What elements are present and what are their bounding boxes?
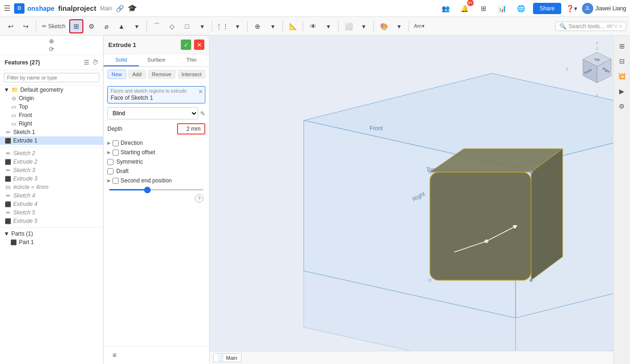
- draft-row[interactable]: Draft: [107, 166, 205, 176]
- direction-checkbox[interactable]: [113, 140, 119, 146]
- grid-button[interactable]: ⊞: [477, 1, 491, 16]
- sidebar-icon-add[interactable]: ⊕: [49, 38, 54, 45]
- search-tools[interactable]: 🔍 Search tools... alt/⌥ c: [555, 22, 626, 31]
- settings-button[interactable]: ⚙: [615, 100, 629, 113]
- sidebar-item-sketch5[interactable]: ✏ Sketch 5: [0, 208, 103, 217]
- direction-row[interactable]: ▶ Direction: [107, 138, 205, 148]
- viewport[interactable]: Front Top Right Top Front Right X Z ‹: [210, 36, 630, 364]
- separator-7: [338, 21, 339, 32]
- more7-button[interactable]: ▾: [392, 19, 406, 33]
- chevron-right-icon: ▶: [107, 178, 111, 183]
- more4-button[interactable]: ▾: [266, 19, 280, 33]
- sidebar-item-parts[interactable]: ▼ Parts (1): [0, 229, 103, 238]
- unit-selector[interactable]: Am▾: [412, 23, 427, 29]
- bottom-tab-main[interactable]: 📄 Main: [213, 353, 242, 362]
- depth-slider[interactable]: [109, 189, 203, 190]
- apps-button[interactable]: 🌐: [514, 1, 528, 16]
- boolean-button[interactable]: ⊕: [250, 19, 265, 33]
- flip-direction-button[interactable]: ✎: [200, 110, 205, 117]
- analytics-button[interactable]: 📊: [495, 1, 509, 16]
- sidebar-item-extrude4[interactable]: ⬛ Extrude 4: [0, 200, 103, 208]
- starting-offset-checkbox[interactable]: [113, 150, 119, 156]
- tab-solid[interactable]: Solid: [104, 54, 139, 66]
- cube-bottom-arrow[interactable]: ›: [596, 91, 598, 99]
- loft-button[interactable]: ▲: [114, 19, 129, 33]
- sidebar-item-part1[interactable]: ⬛ Part 1: [0, 238, 103, 246]
- sidebar-item-front[interactable]: ▭ Front: [0, 111, 103, 119]
- subtab-intersect[interactable]: Intersect: [178, 70, 206, 79]
- sidebar-icon-history[interactable]: ⟳: [49, 46, 54, 53]
- sidebar-item-right[interactable]: ▭ Right: [0, 119, 103, 128]
- sidebar-item-extrude5[interactable]: ⬛ Extrude 5: [0, 217, 103, 225]
- sidebar-item-sketch2[interactable]: ✏ Sketch 2: [0, 149, 103, 158]
- cube-left-arrow[interactable]: ‹: [566, 65, 568, 72]
- panel-title: Extrude 1: [108, 41, 136, 48]
- sidebar-item-default-geometry[interactable]: ▼ 📁 Default geometry: [0, 86, 103, 94]
- pattern-button[interactable]: ⋮⋮: [215, 19, 229, 33]
- symmetric-row[interactable]: Symmetric: [107, 157, 205, 166]
- shell-button[interactable]: □: [180, 19, 194, 33]
- fillet-button[interactable]: ⌒: [150, 19, 164, 33]
- share-button[interactable]: Share: [533, 3, 561, 14]
- second-end-checkbox[interactable]: [113, 178, 119, 184]
- sidebar-item-extrude2[interactable]: ⬛ Extrude 2: [0, 158, 103, 166]
- display-button[interactable]: ⬜: [341, 19, 355, 33]
- hamburger-icon[interactable]: ☰: [4, 4, 10, 13]
- render-button[interactable]: 🎨: [377, 19, 391, 33]
- view-button[interactable]: 👁: [306, 19, 320, 33]
- more3-button[interactable]: ▾: [230, 19, 244, 33]
- measure-button[interactable]: 📐: [286, 19, 300, 33]
- sweep-button[interactable]: ⌀: [99, 19, 113, 33]
- feature-button[interactable]: ⊞: [69, 19, 83, 33]
- sketch-button[interactable]: ✏ Sketch: [39, 19, 68, 33]
- sidebar-item-sketch4[interactable]: ✏ Sketch 4: [0, 191, 103, 200]
- sidebar-item-extrude1[interactable]: ⬛ Extrude 1: [0, 136, 103, 145]
- tab-surface[interactable]: Surface: [139, 54, 174, 66]
- sidebar-list-icon[interactable]: ☰: [84, 59, 89, 66]
- subtab-add[interactable]: Add: [128, 70, 146, 79]
- sidebar-item-top[interactable]: ▭ Top: [0, 103, 103, 111]
- face-selector-value: Face of Sketch 1: [111, 95, 202, 101]
- undo-button[interactable]: ↩: [4, 19, 18, 33]
- tab-thin[interactable]: Thin: [174, 54, 209, 66]
- assemble-button[interactable]: ⚙: [84, 19, 98, 33]
- sidebar-item-variable[interactable]: (x) #circle = 4mm: [0, 183, 103, 191]
- display-states-button[interactable]: ⊞: [615, 40, 629, 53]
- item-label: Extrude 1: [13, 137, 37, 144]
- section-view-button[interactable]: ⊟: [615, 55, 629, 68]
- subtab-new[interactable]: New: [107, 70, 126, 79]
- second-end-row[interactable]: ▶ Second end position: [107, 176, 205, 185]
- sidebar-item-sketch3[interactable]: ✏ Sketch 3: [0, 166, 103, 174]
- user-area[interactable]: JL Jiawei Liang: [582, 3, 626, 14]
- graduation-icon: 🎓: [128, 4, 137, 13]
- help-icon[interactable]: ?: [195, 194, 203, 203]
- explode-button[interactable]: 💥: [615, 70, 629, 83]
- collaborate-button[interactable]: 👥: [439, 1, 453, 16]
- chamfer-button[interactable]: ◇: [165, 19, 179, 33]
- more5-button[interactable]: ▾: [321, 19, 335, 33]
- filter-input[interactable]: [4, 73, 99, 82]
- cube-top-arrow[interactable]: ‹: [596, 39, 598, 46]
- more1-button[interactable]: ▾: [129, 19, 144, 33]
- sidebar-item-origin[interactable]: ⊙ Origin: [0, 94, 103, 103]
- more6-button[interactable]: ▾: [356, 19, 371, 33]
- type-select[interactable]: Blind Symmetric Up to next Up to face Up…: [107, 107, 198, 119]
- draft-checkbox[interactable]: [107, 168, 113, 174]
- sidebar-item-sketch1[interactable]: ✏ Sketch 1: [0, 128, 103, 136]
- cancel-button[interactable]: ✕: [194, 40, 204, 50]
- starting-offset-row[interactable]: ▶ Starting offset: [107, 148, 205, 157]
- more2-button[interactable]: ▾: [195, 19, 209, 33]
- tab-label: Main: [226, 355, 237, 361]
- confirm-button[interactable]: ✓: [181, 40, 191, 50]
- symmetric-checkbox[interactable]: [107, 159, 113, 165]
- redo-button[interactable]: ↪: [19, 19, 33, 33]
- outline-view-button[interactable]: ≡: [107, 348, 121, 362]
- subtab-remove[interactable]: Remove: [148, 70, 176, 79]
- panel-header: Extrude 1 ✓ ✕: [104, 36, 209, 54]
- help-button[interactable]: ❓▾: [566, 5, 577, 12]
- depth-value[interactable]: 2 mm: [177, 123, 205, 135]
- animation-button[interactable]: ▶: [615, 85, 629, 98]
- sidebar-clock-icon[interactable]: ⏱: [92, 59, 98, 66]
- sidebar-item-extrude3[interactable]: ⬛ Extrude 3: [0, 174, 103, 183]
- face-selector-close[interactable]: ✕: [198, 88, 203, 95]
